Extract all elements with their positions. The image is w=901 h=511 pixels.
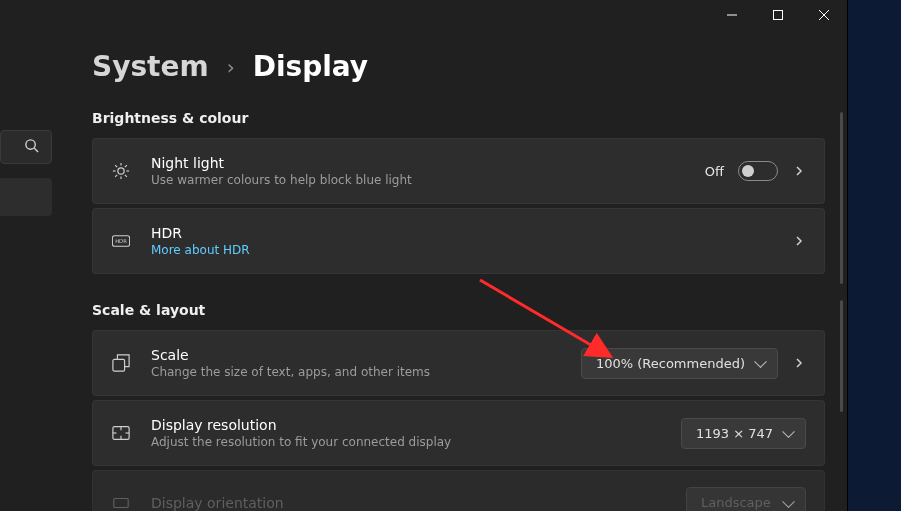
svg-line-5 <box>34 148 38 152</box>
svg-line-13 <box>115 175 117 177</box>
titlebar <box>697 0 847 30</box>
setting-orientation[interactable]: Display orientation Landscape <box>92 470 825 511</box>
scrollbar-thumb[interactable] <box>840 300 843 412</box>
night-light-toggle[interactable] <box>738 161 778 181</box>
setting-title: Night light <box>151 155 412 171</box>
setting-title: Display resolution <box>151 417 451 433</box>
svg-text:HDR: HDR <box>115 238 127 244</box>
search-box[interactable] <box>0 130 52 164</box>
hdr-icon: HDR <box>111 232 131 250</box>
svg-rect-1 <box>774 11 783 20</box>
setting-hdr[interactable]: HDR HDR More about HDR <box>92 208 825 274</box>
svg-rect-23 <box>114 498 128 507</box>
night-light-icon <box>111 162 131 180</box>
breadcrumb-parent[interactable]: System <box>92 50 209 83</box>
orientation-icon <box>111 494 131 512</box>
close-button[interactable] <box>801 0 847 30</box>
toggle-status: Off <box>705 164 724 179</box>
setting-resolution[interactable]: Display resolution Adjust the resolution… <box>92 400 825 466</box>
resolution-dropdown[interactable]: 1193 × 747 <box>681 418 806 449</box>
orientation-dropdown[interactable]: Landscape <box>686 487 806 511</box>
setting-subtitle: Adjust the resolution to fit your connec… <box>151 435 451 449</box>
scale-dropdown[interactable]: 100% (Recommended) <box>581 348 778 379</box>
expand-chevron-icon[interactable] <box>792 164 806 178</box>
nav-item-system[interactable] <box>0 178 52 216</box>
svg-rect-17 <box>113 359 125 371</box>
hdr-link[interactable]: More about HDR <box>151 243 250 257</box>
setting-title: HDR <box>151 225 250 241</box>
scrollbar-thumb[interactable] <box>840 112 843 284</box>
setting-subtitle: Change the size of text, apps, and other… <box>151 365 430 379</box>
side-nav-cropped <box>0 130 52 216</box>
page-title: Display <box>253 50 368 83</box>
setting-scale[interactable]: Scale Change the size of text, apps, and… <box>92 330 825 396</box>
search-icon <box>24 138 39 157</box>
expand-chevron-icon[interactable] <box>792 234 806 248</box>
setting-night-light[interactable]: Night light Use warmer colours to help b… <box>92 138 825 204</box>
settings-window: System › Display Brightness & colour <box>0 0 848 511</box>
svg-line-11 <box>115 165 117 167</box>
setting-title: Display orientation <box>151 495 284 511</box>
settings-content: Brightness & colour Night light Use <box>92 100 825 511</box>
breadcrumb: System › Display <box>92 50 368 83</box>
section-header-scale: Scale & layout <box>92 302 825 318</box>
setting-title: Scale <box>151 347 430 363</box>
maximize-button[interactable] <box>755 0 801 30</box>
chevron-right-icon: › <box>227 55 235 79</box>
svg-line-14 <box>125 165 127 167</box>
minimize-button[interactable] <box>709 0 755 30</box>
section-header-brightness: Brightness & colour <box>92 110 825 126</box>
setting-subtitle: Use warmer colours to help block blue li… <box>151 173 412 187</box>
expand-chevron-icon[interactable] <box>792 356 806 370</box>
scale-icon <box>111 354 131 372</box>
resolution-icon <box>111 424 131 442</box>
svg-line-12 <box>125 175 127 177</box>
svg-point-4 <box>26 139 35 148</box>
svg-point-6 <box>118 168 124 174</box>
